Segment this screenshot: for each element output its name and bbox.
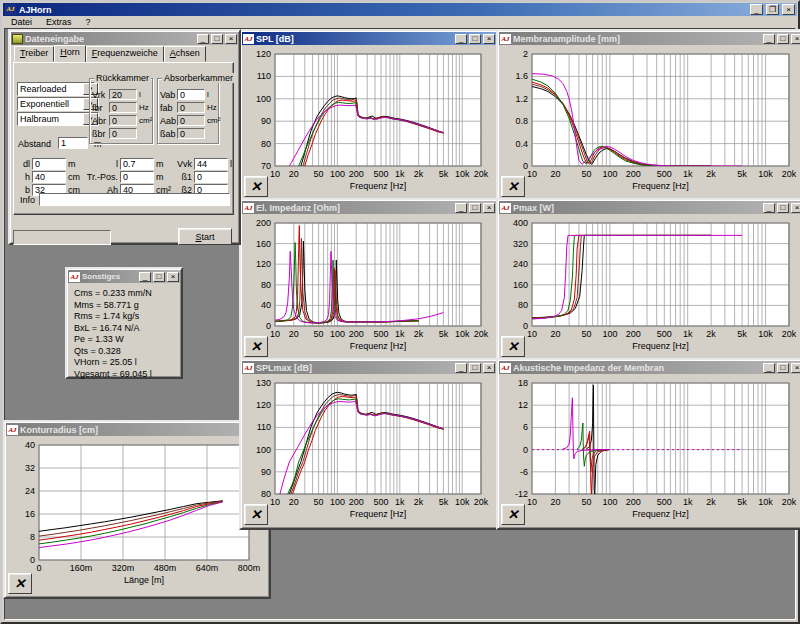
close-button[interactable]: × (225, 34, 237, 44)
clear-chart-button[interactable]: ✕ (244, 336, 268, 357)
window-title: Membranamplitude [mm] (513, 34, 761, 44)
svg-text:20k: 20k (782, 497, 797, 507)
titlebar[interactable]: AJ Pmax [W] _ □ × (499, 201, 800, 214)
clear-chart-button[interactable]: ✕ (244, 176, 268, 197)
field-ßab (177, 128, 205, 139)
minimize-button[interactable]: _ (455, 34, 467, 44)
minimize-button[interactable]: _ (455, 363, 467, 373)
maximize-button[interactable]: □ (777, 34, 789, 44)
maximize-button[interactable]: □ (153, 272, 165, 282)
clear-chart-button[interactable]: ✕ (8, 573, 32, 594)
svg-text:Frequenz [Hz]: Frequenz [Hz] (632, 181, 689, 191)
clear-chart-button[interactable]: ✕ (244, 504, 268, 525)
parameter-line: Mms = 58.771 g (67, 300, 181, 312)
field-vvk[interactable] (194, 158, 228, 170)
clear-chart-button[interactable]: ✕ (501, 504, 525, 525)
field-l[interactable] (120, 158, 154, 170)
titlebar[interactable]: AJ Konturradius [cm] _ (6, 423, 268, 436)
close-button[interactable]: × (167, 272, 179, 282)
parameter-line: Qts = 0.328 (67, 346, 181, 358)
minimize-button[interactable]: _ (763, 34, 775, 44)
maximize-button[interactable]: □ (469, 203, 481, 213)
titlebar[interactable]: AJ Sonstiges _ □ × (68, 270, 180, 283)
field-aab (177, 115, 205, 126)
svg-text:20: 20 (550, 329, 560, 339)
titlebar[interactable]: AJ Akustische Impedanz der Membran _ □ × (499, 361, 800, 374)
tab-treiber[interactable]: Treiber (14, 46, 54, 62)
svg-text:2k: 2k (706, 329, 716, 339)
titlebar[interactable]: AJ Membranamplitude [mm] _ □ × (499, 32, 800, 45)
minimize-button[interactable]: _ (763, 203, 775, 213)
minimize-button[interactable]: _ (763, 363, 775, 373)
field-unit: cm² (207, 116, 220, 125)
dropdown-rearloaded[interactable]: Rearloaded▼ (17, 82, 99, 96)
close-button[interactable]: × (483, 34, 495, 44)
parameter-line: Pe = 1.33 W (67, 334, 181, 346)
svg-text:90: 90 (261, 116, 271, 126)
svg-text:2k: 2k (414, 497, 424, 507)
close-button[interactable]: × (782, 4, 795, 15)
field-label: Tr.-Pos. (84, 172, 118, 182)
app-icon: AJ (5, 4, 16, 15)
window-title: Akustische Impedanz der Membran (513, 363, 761, 373)
tab-strip: TreiberHornFrequenzweicheAchsen (14, 47, 206, 62)
maximize-button[interactable]: □ (469, 34, 481, 44)
menu-datei[interactable]: Datei (4, 17, 39, 27)
titlebar[interactable]: AJ El. Impedanz [Ohm] _ □ × (242, 201, 496, 214)
titlebar[interactable]: AJ SPLmax [dB] _ □ × (242, 361, 496, 374)
titlebar[interactable]: Dateneingabe _ □ × (11, 32, 238, 45)
membranamplitude-plot: 1020501002005001k2k5k10k20k00.40.81.21.6… (498, 46, 800, 196)
maximize-button[interactable]: □ (211, 34, 223, 44)
minimize-button[interactable]: _ (455, 203, 467, 213)
field-label: fbr (92, 103, 107, 113)
tab-horn[interactable]: Horn (54, 45, 86, 63)
svg-text:2k: 2k (414, 329, 424, 339)
close-button[interactable]: × (791, 363, 800, 373)
maximize-button[interactable]: □ (469, 363, 481, 373)
start-button[interactable]: Start (178, 228, 232, 245)
minimize-button[interactable]: _ (750, 4, 763, 15)
field-1[interactable] (194, 171, 228, 183)
window-title: Pmax [W] (513, 203, 761, 213)
svg-text:500: 500 (373, 329, 388, 339)
restore-button[interactable]: ❐ (766, 4, 779, 15)
parameter-list: Cms = 0.233 mm/NMms = 58.771 gRms = 1.74… (67, 284, 181, 380)
close-button[interactable]: × (483, 363, 495, 373)
menu-extras[interactable]: Extras (39, 17, 79, 27)
maximize-button[interactable]: □ (777, 203, 789, 213)
tab-achsen[interactable]: Achsen (164, 46, 206, 62)
svg-text:20k: 20k (474, 169, 489, 179)
clear-chart-button[interactable]: ✕ (501, 336, 525, 357)
svg-text:32: 32 (25, 463, 35, 473)
clear-chart-button[interactable]: ✕ (501, 176, 525, 197)
close-button[interactable]: × (791, 203, 800, 213)
field-vab[interactable] (177, 89, 205, 100)
window-dateneingabe: Dateneingabe _ □ × TreiberHornFrequenzwe… (8, 29, 241, 245)
svg-text:-6: -6 (520, 467, 528, 477)
svg-text:Frequenz [Hz]: Frequenz [Hz] (632, 341, 689, 351)
field-trpos[interactable] (120, 171, 154, 183)
dropdown-exponentiell[interactable]: Exponentiell▼ (17, 97, 99, 111)
menu-help[interactable]: ? (79, 17, 98, 27)
field-row: Vrkl (92, 89, 151, 100)
field-label: Aab (160, 116, 175, 126)
field-dl[interactable] (32, 158, 66, 170)
titlebar[interactable]: AJ SPL [dB] _ □ × (242, 32, 496, 45)
dropdown-halbraum[interactable]: Halbraum▼ (17, 112, 99, 126)
close-button[interactable]: × (791, 34, 800, 44)
info-field[interactable] (39, 193, 230, 206)
svg-text:160: 160 (513, 280, 528, 290)
field-ßbr (109, 128, 137, 139)
ajhorn-icon: AJ (69, 272, 80, 282)
tab-frequenzweiche[interactable]: Frequenzweiche (86, 46, 164, 62)
window-pmax: AJ Pmax [W] _ □ × 1020501002005001k2k5k1… (496, 198, 800, 362)
absorberkammer-rows: VablfabHzAabcm²ßab (158, 89, 218, 139)
maximize-button[interactable]: □ (777, 363, 789, 373)
minimize-button[interactable]: _ (197, 34, 209, 44)
close-button[interactable]: × (483, 203, 495, 213)
abstand-field[interactable] (58, 137, 88, 149)
minimize-button[interactable]: _ (139, 272, 151, 282)
svg-text:1k: 1k (395, 169, 405, 179)
field-h[interactable] (32, 171, 66, 183)
main-window: AJ AJHorn _ ❐ × DateiExtras? AJ Konturra… (0, 0, 800, 624)
